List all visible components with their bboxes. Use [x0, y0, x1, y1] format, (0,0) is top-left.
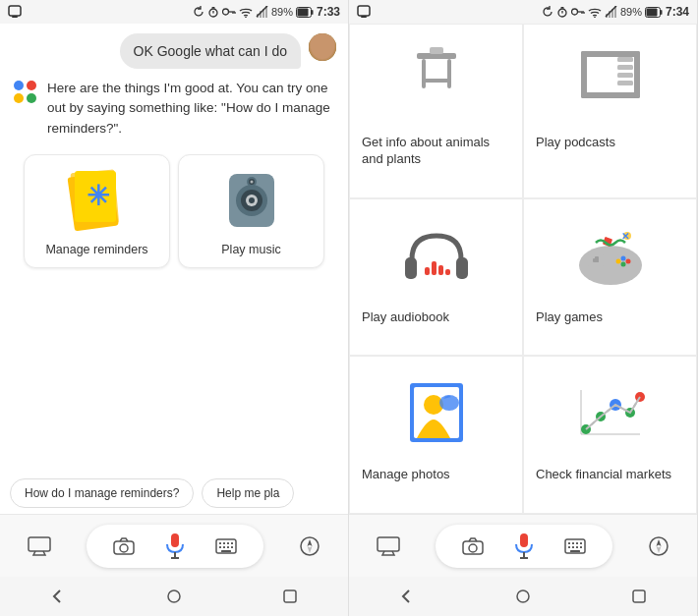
svg-rect-41: [223, 546, 225, 548]
cat-podcasts-label: Play podcasts: [536, 135, 615, 151]
recents-button-1[interactable]: [282, 588, 298, 604]
svg-rect-124: [570, 550, 580, 552]
home-button-2[interactable]: [515, 588, 531, 604]
cat-games[interactable]: ✕ Play games: [523, 198, 697, 357]
audiobook-icon: [362, 213, 510, 302]
svg-rect-70: [422, 79, 451, 83]
svg-rect-84: [438, 265, 443, 275]
compass-icon-2[interactable]: [648, 535, 669, 557]
svg-point-58: [594, 17, 596, 18]
google-assistant-logo: [12, 79, 39, 106]
cat-games-label: Play games: [536, 309, 603, 326]
card-music-label: Play music: [221, 242, 280, 257]
svg-point-4: [222, 9, 228, 15]
svg-rect-109: [378, 537, 399, 551]
mic-pill-2: [436, 525, 612, 568]
svg-marker-126: [657, 539, 662, 546]
bottom-bar-2: [349, 514, 697, 577]
mic-icon-2[interactable]: [514, 532, 534, 560]
keyboard-icon-2[interactable]: [564, 538, 586, 554]
notification-icon: [8, 5, 22, 19]
svg-rect-16: [312, 10, 314, 15]
svg-rect-1: [12, 16, 18, 18]
status-right: 89% 7:33: [193, 5, 340, 19]
camera-icon-2[interactable]: [462, 537, 484, 555]
svg-rect-119: [580, 542, 582, 544]
svg-rect-40: [219, 546, 221, 548]
status-bar-1: 89% 7:33: [0, 0, 348, 24]
svg-point-25: [249, 197, 255, 203]
svg-rect-39: [231, 542, 233, 544]
svg-rect-85: [445, 269, 450, 275]
status-time-1: 7:33: [317, 5, 340, 19]
svg-rect-44: [221, 550, 231, 552]
dot-yellow: [14, 93, 24, 103]
svg-rect-112: [520, 533, 528, 547]
svg-rect-51: [361, 16, 367, 18]
svg-rect-77: [617, 65, 633, 70]
svg-rect-118: [576, 542, 578, 544]
photos-icon: [362, 370, 510, 459]
compass-icon-1[interactable]: [299, 535, 320, 557]
mic-icon-1[interactable]: [165, 532, 185, 560]
svg-rect-53: [560, 7, 563, 9]
svg-point-28: [250, 180, 253, 183]
camera-icon-1[interactable]: [113, 537, 135, 555]
nav-bar-2: [349, 577, 697, 616]
financial-icon: [536, 370, 684, 459]
card-play-music[interactable]: Play music: [178, 154, 324, 268]
assistant-message: Here are the things I'm good at. You can…: [47, 79, 336, 139]
svg-rect-0: [9, 6, 21, 16]
svg-rect-117: [572, 542, 574, 544]
podcasts-icon: [536, 38, 684, 127]
dot-green: [27, 93, 36, 103]
reload-icon-2: [542, 6, 553, 18]
battery-percent-2: 89%: [620, 6, 642, 18]
chip-play[interactable]: Help me pla: [202, 478, 294, 508]
cat-audiobook[interactable]: Play audiobook: [349, 198, 523, 357]
svg-point-128: [517, 590, 529, 602]
svg-point-111: [469, 544, 477, 552]
svg-point-94: [615, 258, 620, 263]
svg-rect-43: [231, 546, 233, 548]
nav-bar-1: [0, 577, 348, 616]
svg-rect-121: [572, 546, 574, 548]
screen-1: 89% 7:33 OK Google what can I do Here: [0, 0, 349, 616]
cat-photos-label: Manage photos: [362, 467, 450, 483]
svg-point-91: [620, 255, 625, 260]
back-button-1[interactable]: [50, 588, 66, 604]
card-manage-reminders[interactable]: ✳ Manage reminders: [24, 154, 170, 268]
screen-2: 89% 7:34 Get: [349, 0, 698, 616]
keyboard-icon-1[interactable]: [215, 538, 237, 554]
assistant-row: Here are the things I'm good at. You can…: [12, 79, 336, 139]
svg-rect-38: [227, 542, 229, 544]
home-button-1[interactable]: [166, 588, 182, 604]
svg-rect-49: [284, 590, 296, 602]
cat-financial[interactable]: Check financial markets: [523, 356, 697, 514]
svg-rect-120: [568, 546, 570, 548]
svg-marker-46: [308, 539, 313, 546]
svg-rect-36: [219, 542, 221, 544]
svg-rect-83: [432, 261, 436, 275]
recents-button-2[interactable]: [631, 588, 647, 604]
suggestion-cards: ✳ Manage reminders: [12, 148, 336, 274]
cat-podcasts[interactable]: Play podcasts: [523, 24, 697, 198]
cat-animals[interactable]: Get info about animals and plants: [349, 24, 523, 198]
screen-icon-1[interactable]: [28, 536, 51, 556]
cat-photos[interactable]: Manage photos: [349, 356, 523, 514]
svg-rect-73: [581, 92, 640, 98]
svg-rect-3: [211, 7, 214, 9]
chip-reminders[interactable]: How do I manage reminders?: [10, 478, 194, 508]
svg-rect-71: [430, 47, 443, 54]
screen-icon-2[interactable]: [377, 536, 400, 556]
wifi-icon-2: [588, 7, 602, 18]
reminder-icon: ✳: [62, 165, 133, 236]
back-button-2[interactable]: [399, 588, 415, 604]
wifi-icon: [239, 7, 253, 18]
svg-marker-127: [657, 546, 662, 553]
svg-rect-15: [297, 8, 308, 16]
svg-point-54: [571, 9, 577, 15]
status-left-icons: [8, 5, 22, 19]
user-avatar: [309, 33, 336, 61]
svg-point-92: [625, 258, 630, 263]
